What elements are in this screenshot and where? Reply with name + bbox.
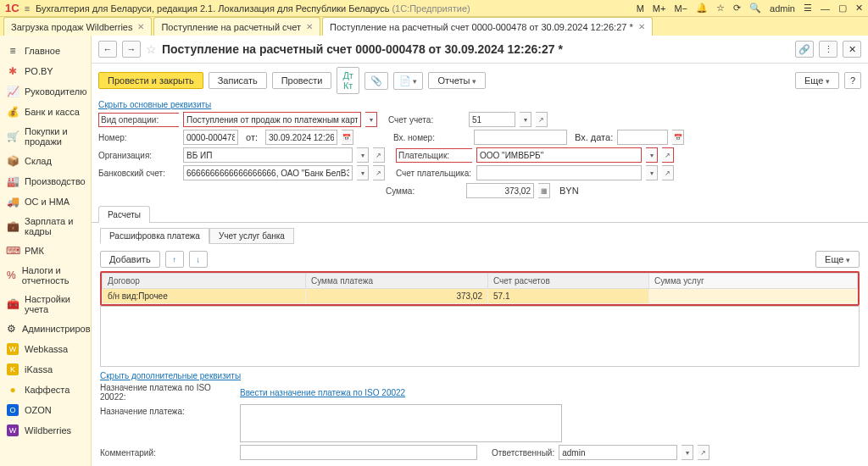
iso-link[interactable]: Ввести назначение платежа по ISO 20022 bbox=[240, 388, 405, 397]
user-label[interactable]: admin bbox=[770, 3, 795, 14]
sidebar-item[interactable]: ⚙Администрирование bbox=[0, 319, 91, 339]
hist-mplus-icon[interactable]: M+ bbox=[653, 3, 666, 14]
dropdown-icon[interactable]: ▾ bbox=[646, 147, 658, 163]
sidebar-item[interactable]: ≡Главное bbox=[0, 41, 91, 61]
number-label: Номер: bbox=[98, 133, 179, 142]
dropdown-icon[interactable]: ▾ bbox=[646, 165, 658, 180]
sum-field[interactable] bbox=[466, 183, 534, 198]
number-field[interactable] bbox=[183, 130, 238, 145]
dk-icon[interactable]: ДтКт bbox=[337, 67, 359, 94]
open-icon[interactable]: ↗ bbox=[698, 445, 709, 460]
bell-icon[interactable]: 🔔 bbox=[696, 3, 708, 14]
org-field[interactable] bbox=[183, 147, 353, 163]
open-icon[interactable]: ↗ bbox=[662, 147, 674, 163]
fav-icon[interactable]: ☆ bbox=[146, 42, 157, 56]
calendar-icon[interactable]: 📅 bbox=[342, 130, 353, 145]
table-row[interactable]: б/н вид:Прочее 373,02 57.1 bbox=[103, 289, 858, 304]
tab-receipt[interactable]: Поступление на расчетный счет✕ bbox=[153, 17, 320, 36]
up-icon[interactable]: ↑ bbox=[165, 251, 184, 268]
maximize-icon[interactable]: ▢ bbox=[838, 3, 847, 14]
sidebar-item[interactable]: ●Каффеста bbox=[0, 380, 91, 400]
comment-field[interactable] bbox=[240, 445, 477, 460]
hide-main-link[interactable]: Скрыть основные реквизиты bbox=[98, 100, 211, 109]
link-icon[interactable]: 🔗 bbox=[795, 41, 814, 58]
in-date-field[interactable] bbox=[617, 130, 668, 145]
close-icon[interactable]: ✕ bbox=[855, 3, 863, 14]
payer-acc-field[interactable] bbox=[476, 165, 642, 180]
minimize-icon[interactable]: — bbox=[821, 3, 830, 14]
dropdown-icon[interactable]: ▾ bbox=[357, 165, 369, 180]
forward-button[interactable]: → bbox=[122, 41, 141, 58]
dropdown-icon[interactable]: ▾ bbox=[682, 445, 693, 460]
calendar-icon[interactable]: 📅 bbox=[672, 130, 684, 145]
bank-acc-field[interactable] bbox=[183, 165, 353, 180]
back-button[interactable]: ← bbox=[98, 41, 117, 58]
sidebar-item[interactable]: WWildberries bbox=[0, 420, 91, 441]
date-field[interactable] bbox=[265, 130, 337, 145]
from-label: от: bbox=[246, 132, 258, 142]
sidebar-item[interactable]: 💼Зарплата и кадры bbox=[0, 212, 91, 241]
sum-label: Сумма: bbox=[386, 186, 462, 196]
resp-field[interactable] bbox=[559, 445, 677, 460]
in-number-field[interactable] bbox=[474, 130, 567, 145]
sidebar-item[interactable]: 💰Банк и касса bbox=[0, 102, 91, 122]
sidebar-item[interactable]: WWebkassa bbox=[0, 339, 91, 359]
attach-icon[interactable]: 📎 bbox=[364, 72, 388, 90]
add-button[interactable]: Добавить bbox=[100, 251, 160, 268]
account-field[interactable] bbox=[469, 112, 515, 127]
sidebar-item[interactable]: %Налоги и отчетность bbox=[0, 261, 91, 290]
search-icon[interactable]: 🔍 bbox=[749, 3, 761, 14]
tab-payments[interactable]: Расчеты bbox=[98, 206, 150, 223]
tab-receipt-doc[interactable]: Поступление на расчетный счет 0000-00047… bbox=[322, 17, 653, 36]
hist-mminus-icon[interactable]: M− bbox=[674, 3, 687, 14]
sidebar-item[interactable]: ⌨РМК bbox=[0, 241, 91, 261]
post-button[interactable]: Провести bbox=[272, 72, 332, 89]
sidebar-item[interactable]: ✱PO.BY bbox=[0, 61, 91, 81]
sidebar-item[interactable]: 🧰Настройки учета bbox=[0, 290, 91, 319]
sidebar-item[interactable]: 📈Руководителю bbox=[0, 81, 91, 102]
dropdown-icon[interactable]: ▾ bbox=[357, 147, 369, 163]
close-icon[interactable]: ✕ bbox=[306, 22, 313, 31]
op-type-field[interactable] bbox=[183, 112, 361, 127]
sidebar-item[interactable]: 📦Склад bbox=[0, 151, 91, 171]
more-button[interactable]: Еще bbox=[815, 251, 860, 268]
purpose-field[interactable] bbox=[240, 404, 562, 442]
close-icon[interactable]: ✕ bbox=[638, 22, 645, 31]
subtab-breakdown[interactable]: Расшифровка платежа bbox=[100, 228, 209, 244]
sidebar-item[interactable]: KiKassa bbox=[0, 359, 91, 380]
tab-wildberries[interactable]: Загрузка продаж Wildberries✕ bbox=[3, 17, 152, 36]
close-icon[interactable]: ✕ bbox=[137, 22, 144, 31]
hist-m-icon[interactable]: M bbox=[637, 3, 644, 14]
payments-table[interactable]: Договор Сумма платежа Счет расчетов Сумм… bbox=[102, 273, 858, 304]
help-button[interactable]: ? bbox=[844, 72, 861, 89]
refresh-icon[interactable]: ⟳ bbox=[733, 3, 741, 14]
hide-add-link[interactable]: Скрыть дополнительные реквизиты bbox=[100, 371, 241, 380]
purpose-label: Назначение платежа: bbox=[100, 404, 236, 416]
sidebar-item[interactable]: OOZON bbox=[0, 400, 91, 420]
calc-icon[interactable]: ▦ bbox=[538, 183, 550, 198]
more-button[interactable]: Еще bbox=[795, 72, 839, 89]
kebab-icon[interactable]: ⋮ bbox=[819, 41, 837, 58]
dropdown-icon[interactable]: ▾ bbox=[520, 112, 531, 127]
star-icon[interactable]: ☆ bbox=[716, 3, 725, 14]
payer-acc-label: Счет плательщика: bbox=[396, 169, 472, 178]
reports-button[interactable]: Отчеты bbox=[428, 72, 486, 89]
menu-icon[interactable]: ≡ bbox=[25, 3, 29, 14]
open-icon[interactable]: ↗ bbox=[373, 147, 385, 163]
sidebar-item[interactable]: 🚚ОС и НМА bbox=[0, 191, 91, 212]
org-label: Организация: bbox=[98, 151, 179, 160]
down-icon[interactable]: ↓ bbox=[189, 251, 208, 268]
open-icon[interactable]: ↗ bbox=[373, 165, 385, 180]
open-icon[interactable]: ↗ bbox=[536, 112, 548, 127]
post-and-close-button[interactable]: Провести и закрыть bbox=[98, 72, 203, 89]
payer-field[interactable] bbox=[476, 147, 642, 163]
open-icon[interactable]: ↗ bbox=[662, 165, 674, 180]
sidebar-item[interactable]: 🛒Покупки и продажи bbox=[0, 122, 91, 151]
sidebar-item[interactable]: 🏭Производство bbox=[0, 171, 91, 191]
write-button[interactable]: Записать bbox=[209, 72, 267, 89]
dropdown-icon[interactable]: ▾ bbox=[365, 112, 377, 127]
basis-button[interactable]: 📄 bbox=[393, 72, 424, 90]
subtab-bank-services[interactable]: Учет услуг банка bbox=[209, 228, 294, 244]
showpanel-icon[interactable]: ☰ bbox=[804, 3, 812, 14]
close-doc-icon[interactable]: ✕ bbox=[843, 41, 861, 58]
